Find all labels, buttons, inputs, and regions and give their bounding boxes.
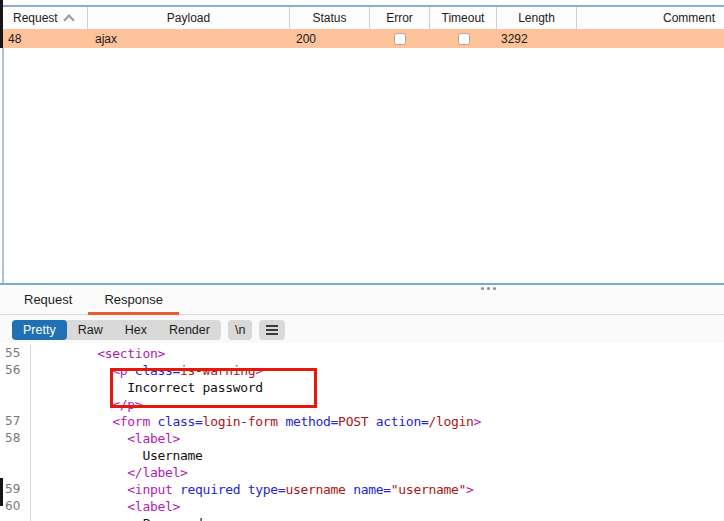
cell-length: 3292 <box>497 32 577 46</box>
view-button-group: Pretty Raw Hex Render <box>12 320 221 340</box>
message-tab-bar: Request Response <box>0 285 724 315</box>
cell-timeout <box>430 33 497 45</box>
cell-status: 200 <box>290 32 370 46</box>
code-line: </label> <box>0 464 724 481</box>
line-number <box>0 515 31 521</box>
column-header-comment[interactable]: Comment <box>577 7 724 29</box>
tab-response[interactable]: Response <box>88 285 179 314</box>
grip-dot <box>487 287 490 290</box>
column-header-status-label: Status <box>312 11 346 25</box>
code-line: 59 <input required type=username name="u… <box>0 481 724 498</box>
line-number: 57 <box>0 413 31 430</box>
line-number: 59 <box>0 481 31 498</box>
column-header-comment-label: Comment <box>663 11 715 25</box>
code-line: Password <box>0 515 724 521</box>
line-number <box>0 464 31 481</box>
line-number <box>0 396 31 413</box>
results-table-header: Request Payload Status Error Timeout Len… <box>0 7 724 29</box>
cell-payload: ajax <box>88 32 290 46</box>
hamburger-icon <box>266 329 278 331</box>
code-line: 55 <section> <box>0 345 724 362</box>
column-header-request-label: Request <box>13 11 58 25</box>
tab-request[interactable]: Request <box>8 285 88 314</box>
column-header-status[interactable]: Status <box>290 7 370 29</box>
cell-request: 48 <box>0 32 88 46</box>
render-view-button[interactable]: Render <box>158 320 221 340</box>
newline-toggle-button[interactable]: \n <box>228 320 252 340</box>
code-line: 56 <p class=is-warning> <box>0 362 724 379</box>
code-line: 60 <label> <box>0 498 724 515</box>
code-line: 58 <label> <box>0 430 724 447</box>
splitter-grip-icon[interactable] <box>481 287 496 290</box>
column-header-length[interactable]: Length <box>497 7 577 29</box>
left-edge-mark <box>0 478 3 506</box>
error-checkbox[interactable] <box>394 33 406 45</box>
sort-ascending-icon <box>63 14 74 25</box>
code-line: 57 <form class=login-form method=POST ac… <box>0 413 724 430</box>
timeout-checkbox[interactable] <box>458 33 470 45</box>
column-header-timeout[interactable]: Timeout <box>430 7 497 29</box>
line-number <box>0 447 31 464</box>
pretty-view-button[interactable]: Pretty <box>12 320 67 340</box>
editor-menu-button[interactable] <box>259 320 285 340</box>
table-focus-bar <box>0 0 3 48</box>
annotation-box <box>110 368 317 408</box>
column-header-error-label: Error <box>386 11 413 25</box>
tab-request-label: Request <box>24 292 72 307</box>
cell-error <box>370 33 430 45</box>
column-header-timeout-label: Timeout <box>442 11 485 25</box>
view-toolbar: Pretty Raw Hex Render \n <box>0 315 724 344</box>
column-header-payload[interactable]: Payload <box>88 7 290 29</box>
column-header-request[interactable]: Request <box>0 7 88 29</box>
code-line: Username <box>0 447 724 464</box>
raw-view-button[interactable]: Raw <box>67 320 114 340</box>
table-left-border <box>2 48 4 283</box>
table-row[interactable]: 48 ajax 200 3292 <box>0 29 724 48</box>
grip-dot <box>493 287 496 290</box>
hex-view-button[interactable]: Hex <box>114 320 158 340</box>
code-line: Incorrect password <box>0 379 724 396</box>
line-number: 60 <box>0 498 31 515</box>
code-line: </p> <box>0 396 724 413</box>
column-header-length-label: Length <box>518 11 555 25</box>
tab-response-label: Response <box>104 292 163 307</box>
code-editor[interactable]: 55 <section>56 <p class=is-warning> Inco… <box>0 343 724 521</box>
column-header-error[interactable]: Error <box>370 7 430 29</box>
line-number: 55 <box>0 345 31 362</box>
line-number <box>0 379 31 396</box>
column-header-payload-label: Payload <box>167 11 210 25</box>
line-number: 58 <box>0 430 31 447</box>
line-number: 56 <box>0 362 31 379</box>
grip-dot <box>481 287 484 290</box>
